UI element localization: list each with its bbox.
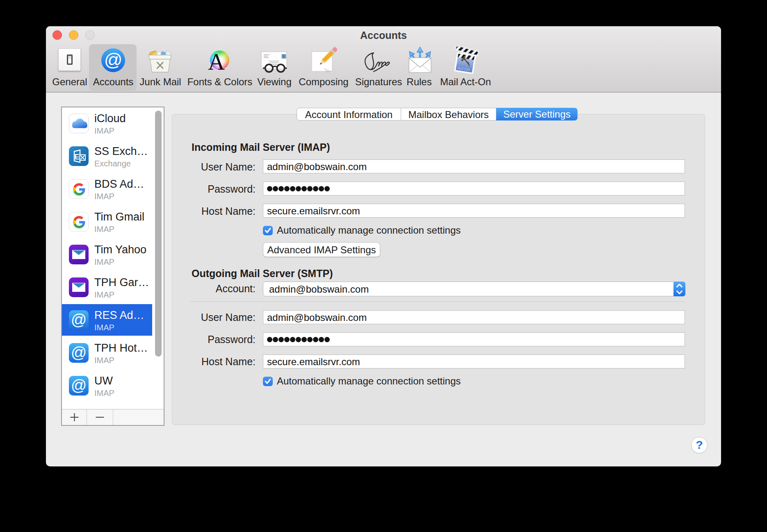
svg-text:E: E (75, 153, 80, 161)
